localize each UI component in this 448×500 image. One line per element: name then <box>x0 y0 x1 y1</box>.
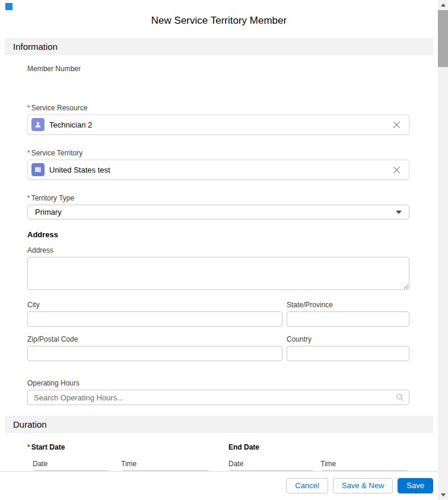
territory-type-select[interactable]: Primary <box>27 205 409 219</box>
top-left-accent-marker <box>5 3 12 10</box>
required-indicator: * <box>27 443 30 451</box>
start-time-field: Time <box>121 460 210 471</box>
service-resource-field: *Service Resource Technician 2 <box>27 104 409 135</box>
page-title: New Service Territory Member <box>0 0 438 38</box>
operating-hours-search-input[interactable] <box>27 390 409 405</box>
end-date-date-label: Date <box>228 460 314 468</box>
save-and-new-button[interactable]: Save & New <box>333 478 393 493</box>
section-header-information: Information <box>5 38 433 55</box>
zip-input[interactable] <box>27 346 282 361</box>
state-field: State/Province <box>287 301 409 327</box>
operating-hours-field: Operating Hours <box>27 379 409 405</box>
service-territory-selected-value: United States test <box>49 165 110 174</box>
start-date-field: Date <box>33 460 110 471</box>
territory-type-selected-value: Primary <box>35 208 62 216</box>
service-territory-field: *Service Territory United States test <box>27 149 409 180</box>
operating-hours-label: Operating Hours <box>27 379 409 387</box>
end-time-field: Time <box>320 460 409 471</box>
city-state-row: City State/Province <box>27 301 409 327</box>
service-resource-label: Service Resource <box>31 104 88 112</box>
required-indicator: * <box>27 194 30 202</box>
required-indicator: * <box>27 104 30 112</box>
scroll-up-button[interactable] <box>438 0 448 10</box>
address-field: Address <box>27 246 409 290</box>
scrollbar-thumb[interactable] <box>438 10 448 67</box>
service-resource-selected-value: Technician 2 <box>49 120 92 129</box>
territory-type-label: Territory Type <box>31 194 74 202</box>
member-number-field: Member Number <box>27 65 409 82</box>
scrollbar-track[interactable] <box>438 0 448 500</box>
information-form: Member Number *Service Resource Technici… <box>0 55 438 405</box>
chevron-down-icon <box>396 211 402 214</box>
dialog-footer: Cancel Save & New Save <box>0 471 438 500</box>
end-date-group-label: End Date <box>228 443 409 451</box>
end-time-label: Time <box>320 460 409 468</box>
service-territory-lookup[interactable]: United States test <box>27 160 409 180</box>
service-resource-icon <box>31 118 45 131</box>
address-textarea[interactable] <box>27 257 409 290</box>
new-service-territory-member-dialog: New Service Territory Member Information… <box>0 0 438 500</box>
end-date-group: End Date Date Time <box>228 443 409 471</box>
zip-country-row: Zip/Postal Code Country <box>27 335 409 361</box>
scroll-down-button[interactable] <box>438 490 448 500</box>
service-resource-lookup[interactable]: Technician 2 <box>27 114 409 135</box>
save-button[interactable]: Save <box>398 478 433 493</box>
start-date-group-label: Start Date <box>31 443 65 451</box>
duration-form: *Start Date Date <box>0 433 438 471</box>
address-label: Address <box>27 246 409 254</box>
city-field: City <box>27 301 282 327</box>
country-input[interactable] <box>287 346 409 361</box>
service-territory-icon <box>31 163 45 176</box>
required-indicator: * <box>27 149 30 157</box>
service-territory-label: Service Territory <box>31 149 82 157</box>
country-field: Country <box>287 335 409 361</box>
state-label: State/Province <box>287 301 409 309</box>
zip-field: Zip/Postal Code <box>27 335 282 361</box>
search-icon <box>396 393 404 404</box>
zip-label: Zip/Postal Code <box>27 335 282 343</box>
clear-service-territory-icon[interactable] <box>392 165 402 175</box>
member-number-label: Member Number <box>27 65 409 73</box>
start-date-date-label: Date <box>33 460 110 468</box>
territory-type-field: *Territory Type Primary <box>27 194 409 219</box>
end-date-field: Date <box>228 460 314 471</box>
dialog-body: Information Member Number *Service Resou… <box>0 38 438 471</box>
start-date-group: *Start Date Date <box>27 443 228 471</box>
arrow-up-icon <box>441 4 446 7</box>
address-section-heading: Address <box>27 230 409 239</box>
start-time-label: Time <box>121 460 210 468</box>
section-header-duration: Duration <box>5 416 433 433</box>
arrow-down-icon <box>441 493 446 496</box>
clear-service-resource-icon[interactable] <box>392 120 402 130</box>
city-input[interactable] <box>27 311 282 327</box>
cancel-button[interactable]: Cancel <box>286 478 328 493</box>
member-number-value <box>27 75 409 82</box>
state-input[interactable] <box>287 311 409 327</box>
country-label: Country <box>287 335 409 343</box>
city-label: City <box>27 301 282 309</box>
